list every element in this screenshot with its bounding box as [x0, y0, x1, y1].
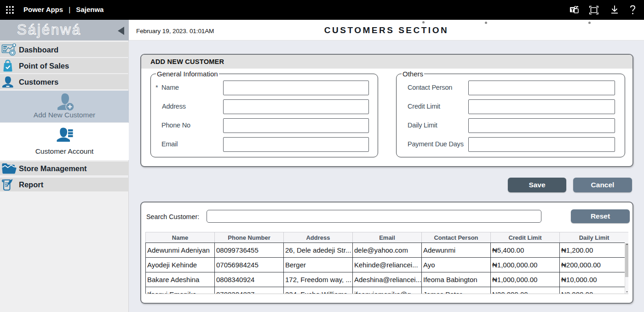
- svg-text:Sájénwá: Sájénwá: [17, 22, 81, 38]
